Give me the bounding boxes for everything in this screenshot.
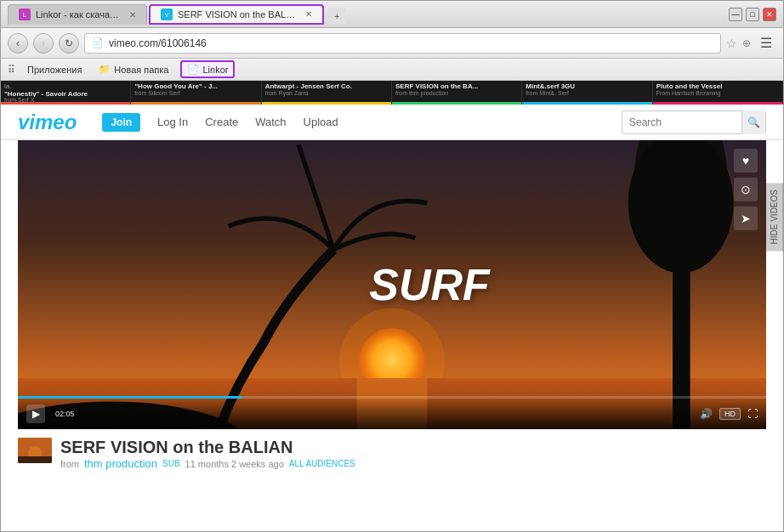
from-label: from (60, 459, 79, 469)
svg-text:L: L (23, 11, 27, 19)
maximize-button[interactable]: □ (746, 8, 759, 21)
watch-link[interactable]: Watch (255, 116, 286, 128)
time-ago: 11 months 2 weeks ago (185, 459, 284, 469)
join-button[interactable]: Join (102, 113, 140, 132)
strip-item-2[interactable]: "How Good You Are" - J... from Sillcom S… (131, 81, 261, 105)
video-player[interactable]: SURF ♥ ⊙ ➤ (18, 140, 766, 429)
volume-icon[interactable]: 🔊 (700, 408, 713, 420)
address-bar[interactable]: 📄 vimeo.com/61006146 (84, 33, 721, 54)
title-bar: L Linkor - как скачать с ВК... ✕ V SERF … (1, 1, 783, 28)
search-icon: 🔍 (747, 116, 760, 128)
apps-label: Приложения (27, 65, 82, 75)
strip-color-2 (131, 102, 260, 105)
reload-button[interactable]: ↻ (59, 33, 79, 54)
search-box[interactable]: 🔍 (622, 110, 766, 134)
close-button[interactable]: ✕ (763, 8, 776, 21)
svg-rect-15 (18, 456, 52, 463)
strip-item-3[interactable]: Antwarpt - Jensen Serf Co. from Ryan Zar… (262, 81, 392, 105)
share-icon: ➤ (741, 212, 751, 225)
strip-from-3: from Ryan Zarra (265, 90, 388, 96)
apps-icon: ⠿ (8, 64, 15, 76)
new-tab-button[interactable]: + (327, 8, 346, 25)
linkor-doc-icon: 📄 (187, 64, 199, 75)
clock-icon: ⊙ (741, 183, 751, 196)
bookmark-apps[interactable]: Приложения (22, 63, 87, 76)
strip-title-4: SERF VISION on the BA... (395, 82, 518, 90)
strip-from-4: from thm production (395, 90, 518, 96)
play-button[interactable]: ▶ (26, 405, 45, 423)
watchlater-icon-button[interactable]: ⊙ (734, 178, 758, 201)
strip-color-4 (392, 102, 521, 105)
strip-item-1[interactable]: la. "Honestly" - Savoir Adore from Serf … (1, 81, 131, 105)
strip-item-5[interactable]: Mint&.serf 3GU from Mint&. Serf (522, 81, 652, 105)
strip-color-1 (1, 102, 130, 105)
video-section: SURF ♥ ⊙ ➤ (1, 140, 783, 531)
tab-favicon-linkor: L (19, 8, 31, 20)
strip-item-6[interactable]: Pluto and the Vessel From Harrison Brown… (653, 81, 783, 105)
upload-link[interactable]: Upload (304, 116, 338, 128)
back-button[interactable]: ‹ (8, 33, 28, 54)
strip-title-6: Pluto and the Vessel (656, 82, 779, 90)
strip-title-3: Antwarpt - Jensen Serf Co. (265, 82, 388, 90)
nav-bar: ‹ › ↻ 📄 vimeo.com/61006146 ☆ ⊕ ☰ (1, 28, 783, 59)
video-strip: la. "Honestly" - Savoir Adore from Serf … (1, 81, 783, 105)
video-controls: ▶ 02:05 🔊 HD ⛶ (18, 399, 766, 429)
folder-icon: 📁 (99, 64, 111, 75)
strip-from-6: From Harrison Browning (656, 90, 779, 96)
strip-title-1: "Honestly" - Savoir Adore (4, 90, 127, 97)
minimize-button[interactable]: — (729, 8, 742, 21)
search-button[interactable]: 🔍 (741, 110, 765, 134)
fullscreen-icon[interactable]: ⛶ (747, 408, 758, 420)
strip-title-2: "How Good You Are" - J... (134, 82, 257, 90)
hd-badge: HD (719, 408, 741, 420)
video-info: SERF VISION on the BALIAN from thm produ… (18, 429, 766, 478)
address-text: vimeo.com/61006146 (109, 37, 207, 49)
strip-title-5: Mint&.serf 3GU (526, 82, 648, 90)
hide-videos-tab[interactable]: HIDE VIDEOS (766, 183, 783, 251)
menu-button[interactable]: ☰ (756, 33, 776, 54)
vimeo-logo-text: vimeo (18, 110, 77, 133)
vimeo-navbar: vimeo Join Log In Create Watch Upload 🔍 (1, 105, 783, 140)
strip-from-2: from Sillcom Serf (134, 90, 257, 96)
forward-button[interactable]: › (33, 33, 54, 54)
video-thumbnail (18, 438, 52, 463)
address-icon: 📄 (92, 37, 104, 48)
vimeo-logo: vimeo (18, 110, 77, 134)
channel-link[interactable]: thm production (84, 457, 157, 470)
linkor-label: Linkor (202, 65, 228, 75)
strip-item-4[interactable]: SERF VISION on the BA... from thm produc… (392, 81, 522, 105)
play-icon: ▶ (32, 408, 40, 420)
tab-close-linkor[interactable]: ✕ (129, 10, 136, 20)
bookmark-star[interactable]: ☆ (726, 37, 737, 50)
audience-link[interactable]: ALL AUDIENCES (289, 459, 355, 468)
strip-color-3 (262, 102, 391, 105)
search-input[interactable] (622, 116, 741, 128)
create-link[interactable]: Create (205, 116, 238, 128)
tab-label-linkor: Linkor - как скачать с ВК... (36, 9, 121, 20)
share-icon-button[interactable]: ➤ (734, 207, 758, 230)
video-meta: from thm production SUB 11 months 2 week… (60, 457, 355, 470)
video-text-info: SERF VISION on the BALIAN from thm produ… (60, 438, 355, 470)
tab-linkor[interactable]: L Linkor - как скачать с ВК... ✕ (8, 4, 147, 25)
tab-label-vimeo: SERF VISION on the BALIA... (178, 9, 297, 20)
tab-favicon-vimeo: V (161, 8, 173, 20)
tab-close-vimeo[interactable]: ✕ (305, 9, 312, 19)
strip-color-5 (522, 102, 651, 105)
heart-icon: ♥ (742, 154, 749, 167)
main-area: HIDE VIDEOS (1, 140, 783, 531)
login-link[interactable]: Log In (157, 116, 188, 128)
tab-bar: L Linkor - как скачать с ВК... ✕ V SERF … (8, 4, 729, 25)
duration-badge: 02:05 (52, 409, 78, 419)
video-title: SERF VISION on the BALIAN (60, 438, 355, 457)
tab-vimeo[interactable]: V SERF VISION on the BALIA... ✕ (149, 4, 324, 25)
sub-link[interactable]: SUB (162, 459, 180, 468)
bookmark-star2[interactable]: ⊕ (742, 37, 751, 49)
svg-text:V: V (165, 12, 169, 18)
strip-color-6 (653, 102, 782, 105)
like-icon-button[interactable]: ♥ (734, 149, 758, 173)
bookmark-new-folder[interactable]: 📁 Новая папка (94, 62, 173, 76)
page-content: la. "Honestly" - Savoir Adore from Serf … (1, 81, 783, 531)
new-folder-label: Новая папка (114, 65, 168, 75)
browser-window: L Linkor - как скачать с ВК... ✕ V SERF … (0, 0, 784, 532)
bookmark-linkor[interactable]: 📄 Linkor (180, 60, 235, 78)
